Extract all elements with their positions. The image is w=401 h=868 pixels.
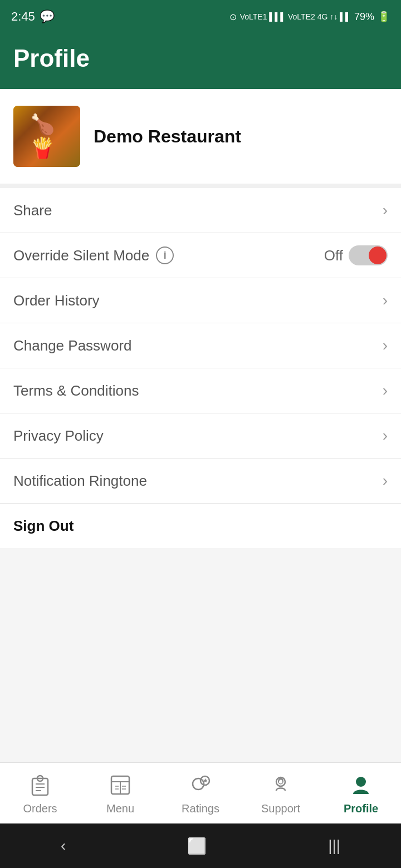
signal-icons: VoLTE1 ▌▌▌ VoLTE2 4G ↑↓ ▌▌ — [240, 12, 351, 21]
status-left: 2:45 💬 — [11, 9, 55, 24]
notification-ringtone-item[interactable]: Notification Ringtone › — [0, 458, 401, 503]
svg-point-17 — [356, 777, 366, 787]
ringtone-label: Notification Ringtone — [13, 472, 147, 490]
share-item-right: › — [383, 201, 388, 219]
toggle-off-label: Off — [324, 247, 343, 264]
ringtone-left: Notification Ringtone — [13, 472, 147, 490]
support-icon — [267, 771, 295, 799]
main-content: Demo Restaurant Share › Override Silent … — [0, 89, 401, 548]
privacy-left: Privacy Policy — [13, 427, 104, 445]
order-history-chevron-icon: › — [383, 292, 388, 309]
recent-button[interactable]: ||| — [328, 837, 340, 855]
status-bar: 2:45 💬 ⊙ VoLTE1 ▌▌▌ VoLTE2 4G ↑↓ ▌▌ 79% … — [0, 0, 401, 33]
nav-item-menu[interactable]: Menu — [80, 771, 160, 815]
ringtone-right: › — [383, 472, 388, 490]
share-menu-item[interactable]: Share › — [0, 188, 401, 233]
restaurant-name: Demo Restaurant — [94, 126, 241, 147]
battery-icon: 🔋 — [378, 11, 390, 23]
toggle-knob — [369, 246, 387, 264]
change-password-label: Change Password — [13, 337, 131, 354]
page-header: Profile — [0, 33, 401, 89]
nav-item-orders[interactable]: Orders — [0, 771, 80, 815]
nav-item-support[interactable]: Support — [241, 771, 321, 815]
home-button[interactable]: ⬜ — [187, 837, 207, 855]
status-right: ⊙ VoLTE1 ▌▌▌ VoLTE2 4G ↑↓ ▌▌ 79% 🔋 — [229, 11, 390, 23]
time-display: 2:45 — [11, 9, 35, 24]
orders-nav-label: Orders — [23, 802, 57, 815]
silent-mode-right: Off — [324, 245, 388, 265]
support-nav-label: Support — [261, 802, 300, 815]
ratings-icon — [187, 771, 214, 799]
restaurant-image — [13, 106, 80, 167]
terms-conditions-item[interactable]: Terms & Conditions › — [0, 368, 401, 413]
terms-left: Terms & Conditions — [13, 382, 139, 400]
bottom-navigation: Orders Menu Ratings — [0, 762, 401, 823]
menu-icon — [106, 771, 134, 799]
profile-icon — [347, 771, 375, 799]
ringtone-chevron-icon: › — [383, 472, 388, 490]
silent-mode-left: Override Silent Mode i — [13, 246, 174, 264]
sign-out-label: Sign Out — [13, 517, 74, 535]
silent-mode-toggle-container: Off — [324, 245, 388, 265]
silent-mode-label: Override Silent Mode — [13, 247, 149, 264]
terms-right: › — [383, 382, 388, 400]
settings-menu-list: Share › Override Silent Mode i Off — [0, 188, 401, 548]
profile-nav-label: Profile — [344, 802, 378, 815]
share-label: Share — [13, 202, 52, 219]
order-history-item[interactable]: Order History › — [0, 278, 401, 323]
restaurant-card[interactable]: Demo Restaurant — [0, 89, 401, 184]
silent-mode-toggle[interactable] — [349, 245, 388, 265]
terms-label: Terms & Conditions — [13, 382, 139, 400]
order-history-label: Order History — [13, 292, 100, 309]
battery-display: 79% — [354, 11, 374, 23]
ratings-nav-label: Ratings — [182, 802, 219, 815]
terms-chevron-icon: › — [383, 382, 388, 400]
share-chevron-icon: › — [383, 201, 388, 219]
sign-out-item[interactable]: Sign Out — [0, 504, 401, 548]
privacy-policy-item[interactable]: Privacy Policy › — [0, 413, 401, 458]
change-password-left: Change Password — [13, 337, 131, 354]
restaurant-photo — [13, 106, 80, 167]
silent-mode-info-icon[interactable]: i — [156, 246, 174, 264]
privacy-chevron-icon: › — [383, 427, 388, 445]
privacy-label: Privacy Policy — [13, 427, 104, 445]
page-title: Profile — [13, 45, 388, 72]
change-password-chevron-icon: › — [383, 337, 388, 354]
section-divider — [0, 184, 401, 188]
override-silent-mode-item[interactable]: Override Silent Mode i Off — [0, 233, 401, 278]
menu-nav-label: Menu — [106, 802, 134, 815]
chat-icon: 💬 — [40, 9, 55, 24]
privacy-right: › — [383, 427, 388, 445]
wifi-icon: ⊙ — [229, 12, 237, 22]
order-history-right: › — [383, 292, 388, 309]
nav-item-ratings[interactable]: Ratings — [160, 771, 241, 815]
orders-icon — [26, 771, 54, 799]
change-password-item[interactable]: Change Password › — [0, 323, 401, 368]
nav-item-profile[interactable]: Profile — [321, 771, 401, 815]
order-history-left: Order History — [13, 292, 100, 309]
back-button[interactable]: ‹ — [61, 837, 66, 855]
system-navigation-bar: ‹ ⬜ ||| — [0, 823, 401, 868]
change-password-right: › — [383, 337, 388, 354]
share-item-left: Share — [13, 202, 52, 219]
